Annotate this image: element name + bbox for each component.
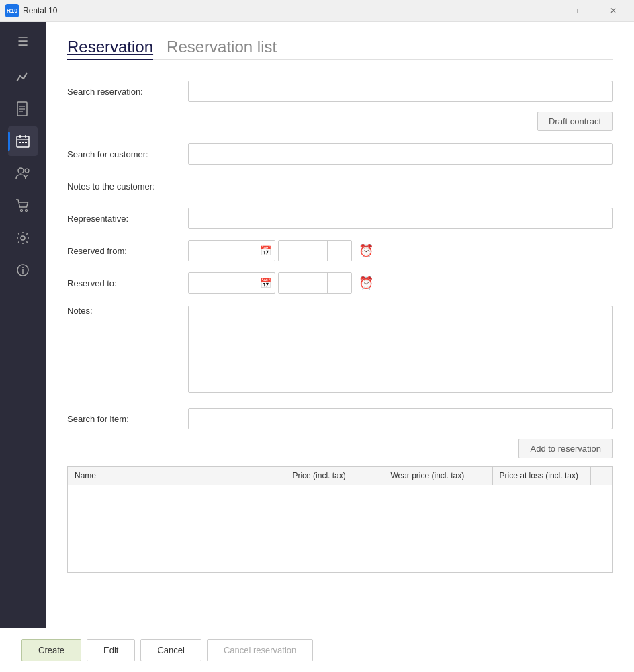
svg-rect-9: [19, 142, 21, 143]
create-button[interactable]: Create: [21, 639, 81, 661]
items-table: Name Price (incl. tax) Wear price (incl.…: [67, 466, 613, 573]
svg-point-13: [25, 169, 29, 173]
reserved-from-minute-input[interactable]: 46: [303, 241, 327, 261]
close-button[interactable]: ✕: [598, 0, 629, 22]
notes-textarea[interactable]: [188, 306, 613, 393]
minimize-button[interactable]: —: [531, 0, 561, 22]
tab-reservation[interactable]: Reservation: [67, 38, 153, 60]
page-header: Reservation Reservation list: [67, 38, 613, 60]
svg-point-12: [18, 168, 24, 173]
reserved-to-date-wrap: 12/2/2022 📅: [188, 272, 275, 294]
search-item-label: Search for item:: [67, 414, 188, 424]
draft-contract-button[interactable]: Draft contract: [537, 112, 613, 131]
reserved-from-date-input[interactable]: 12/1/2022: [188, 240, 275, 261]
svg-point-16: [21, 236, 25, 240]
reserved-to-datetime: 12/2/2022 📅 3 46 PM ⏰: [188, 272, 613, 294]
reserved-from-hour-input[interactable]: 3: [279, 241, 303, 261]
svg-rect-10: [22, 142, 24, 143]
search-reservation-row: Search reservation:: [67, 77, 613, 106]
reserved-to-ampm-input[interactable]: PM: [327, 273, 351, 293]
reserved-to-minute-input[interactable]: 46: [303, 273, 327, 293]
search-customer-label: Search for customer:: [67, 149, 188, 159]
col-name: Name: [68, 467, 285, 485]
representative-label: Representative:: [67, 214, 188, 224]
reserved-from-ampm-input[interactable]: PM: [327, 241, 351, 261]
search-item-row: Search for item:: [67, 404, 613, 433]
reserved-to-row: Reserved to: 12/2/2022 📅 3 46 PM ⏰: [67, 268, 613, 298]
col-price-loss: Price at loss (incl. tax): [492, 467, 590, 485]
reserved-from-date-wrap: 12/1/2022 📅: [188, 240, 275, 261]
add-to-reservation-button[interactable]: Add to reservation: [518, 439, 613, 458]
svg-point-19: [22, 267, 24, 268]
sidebar-item-menu[interactable]: ☰: [8, 27, 38, 56]
reserved-from-clock-icon[interactable]: ⏰: [359, 243, 373, 258]
reserved-from-time-group: 3 46 PM: [278, 240, 352, 261]
reservation-form: Search reservation: Draft contract Searc…: [67, 77, 613, 573]
reserved-to-label: Reserved to:: [67, 278, 188, 288]
search-reservation-input[interactable]: [188, 81, 613, 102]
titlebar: R10 Rental 10 — □ ✕: [0, 0, 634, 22]
cancel-reservation-button[interactable]: Cancel reservation: [207, 639, 313, 661]
sidebar-item-chart[interactable]: [8, 62, 38, 91]
col-actions: [590, 467, 612, 485]
bottom-toolbar: Create Edit Cancel Cancel reservation: [0, 628, 634, 672]
edit-button[interactable]: Edit: [87, 639, 135, 661]
svg-point-14: [21, 210, 23, 212]
tab-reservation-list[interactable]: Reservation list: [167, 38, 277, 59]
search-customer-input[interactable]: [188, 143, 613, 165]
reserved-to-time-group: 3 46 PM: [278, 272, 352, 294]
representative-input[interactable]: [188, 208, 613, 229]
notes-customer-label: Notes to the customer:: [67, 181, 188, 192]
main-content: Reservation Reservation list Search rese…: [46, 22, 634, 628]
notes-row: Notes:: [67, 300, 613, 393]
add-reservation-row: Add to reservation: [67, 439, 613, 458]
reserved-to-date-input[interactable]: 12/2/2022: [188, 272, 275, 294]
reserved-to-hour-input[interactable]: 3: [279, 273, 303, 293]
app-title: Rental 10: [23, 6, 531, 15]
representative-row: Representative:: [67, 204, 613, 233]
search-reservation-label: Search reservation:: [67, 87, 188, 97]
sidebar-item-users[interactable]: [8, 159, 38, 188]
table-empty-row: [68, 485, 613, 573]
draft-contract-row: Draft contract: [67, 112, 613, 131]
cancel-button[interactable]: Cancel: [140, 639, 201, 661]
reserved-from-label: Reserved from:: [67, 246, 188, 256]
app-logo: R10: [5, 4, 19, 17]
notes-label: Notes:: [67, 306, 188, 316]
sidebar-item-document[interactable]: [8, 94, 38, 124]
table-header: Name Price (incl. tax) Wear price (incl.…: [68, 467, 613, 485]
maximize-button[interactable]: □: [564, 0, 595, 22]
app-body: ☰: [0, 22, 634, 628]
sidebar-item-info[interactable]: [8, 255, 38, 285]
col-price: Price (incl. tax): [285, 467, 383, 485]
col-wear-price: Wear price (incl. tax): [383, 467, 492, 485]
svg-rect-0: [17, 81, 29, 81]
sidebar-item-cart[interactable]: [8, 191, 38, 220]
sidebar-item-settings[interactable]: [8, 223, 38, 253]
reserved-to-clock-icon[interactable]: ⏰: [359, 276, 373, 290]
search-customer-row: Search for customer:: [67, 139, 613, 169]
notes-customer-row: Notes to the customer:: [67, 171, 613, 201]
svg-rect-11: [25, 142, 27, 143]
svg-point-15: [26, 210, 28, 212]
sidebar: ☰: [0, 22, 46, 628]
sidebar-item-calendar[interactable]: [8, 126, 38, 156]
search-item-input[interactable]: [188, 408, 613, 429]
reserved-from-datetime: 12/1/2022 📅 3 46 PM ⏰: [188, 240, 613, 261]
table-body: [68, 485, 613, 573]
window-controls: — □ ✕: [531, 0, 629, 22]
reserved-from-row: Reserved from: 12/1/2022 📅 3 46 PM ⏰: [67, 236, 613, 265]
